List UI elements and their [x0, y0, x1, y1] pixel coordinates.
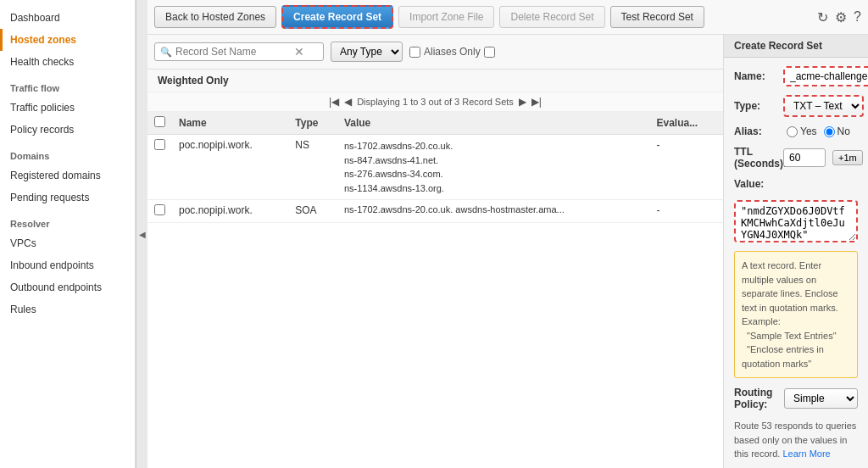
section-header-traffic-flow: Traffic flow: [0, 76, 135, 97]
row-checkbox[interactable]: [154, 139, 165, 150]
sidebar-item-rules[interactable]: Rules: [0, 298, 135, 320]
refresh-icon[interactable]: ↻: [817, 9, 828, 25]
col-evaluate: Evalua...: [650, 112, 723, 135]
record-evaluate: -: [650, 200, 723, 223]
section-header-domains: Domains: [0, 144, 135, 164]
sidebar-item-pending-requests[interactable]: Pending requests: [0, 187, 135, 209]
first-page-icon[interactable]: |◀: [329, 96, 339, 108]
aliases-only-checkbox[interactable]: [484, 47, 495, 58]
help-icon[interactable]: ?: [854, 9, 861, 25]
section-header-resolver: Resolver: [0, 212, 135, 232]
type-label: Type:: [734, 100, 776, 112]
table-row: poc.nopipi.work. NS ns-1702.awsdns-20.co…: [147, 135, 723, 200]
sidebar-item-dashboard[interactable]: Dashboard: [0, 7, 135, 29]
col-name: Name: [172, 112, 288, 135]
pagination-text: Displaying 1 to 3 out of 3 Record Sets: [357, 97, 514, 107]
aliases-filter: Aliases Only: [409, 46, 495, 58]
record-type: NS: [288, 135, 337, 200]
value-textarea[interactable]: "nmdZGYXDo6J0DVtfKMCHwhCaXdjtl0eJuYGN4J0…: [734, 200, 858, 242]
alias-no-label[interactable]: No: [824, 125, 850, 137]
routing-select[interactable]: Simple: [784, 388, 858, 409]
name-label: Name:: [734, 70, 776, 82]
sidebar-item-policy-records[interactable]: Policy records: [0, 119, 135, 141]
alias-yes-radio[interactable]: [787, 126, 798, 137]
search-icon: 🔍: [160, 47, 172, 58]
left-panel: 🔍 ✕ Any Type Aliases Only Weighted Only …: [147, 35, 724, 468]
create-record-set-button[interactable]: Create Record Set: [281, 5, 393, 29]
sidebar: Dashboard Hosted zones Health checks Tra…: [0, 0, 136, 468]
record-value: ns-1702.awsdns-20.co.uk. ns-847.awsdns-4…: [337, 135, 650, 200]
hint-box: A text record. Enter multiple values on …: [734, 251, 858, 378]
row-checkbox[interactable]: [154, 204, 165, 215]
clear-icon[interactable]: ✕: [294, 45, 304, 58]
routing-row: Routing Policy: Simple: [734, 387, 858, 410]
content-area: 🔍 ✕ Any Type Aliases Only Weighted Only …: [147, 35, 868, 468]
filter-bar: 🔍 ✕ Any Type Aliases Only: [147, 35, 723, 70]
alias-row: Alias: Yes No: [734, 125, 858, 137]
back-button[interactable]: Back to Hosted Zones: [154, 6, 276, 28]
record-name: poc.nopipi.work.: [172, 135, 288, 200]
record-value: ns-1702.awsdns-20.co.uk. awsdns-hostmast…: [337, 200, 650, 223]
value-label: Value:: [734, 178, 776, 190]
alias-radio-group: Yes No: [787, 125, 850, 137]
record-type: SOA: [288, 200, 337, 223]
alias-no-text: No: [837, 125, 850, 137]
ttl-label: TTL (Seconds):: [734, 146, 776, 170]
sidebar-item-outbound-endpoints[interactable]: Outbound endpoints: [0, 276, 135, 298]
routing-label: Routing Policy:: [734, 387, 777, 410]
toolbar: Back to Hosted Zones Create Record Set I…: [147, 0, 868, 35]
sidebar-toggle[interactable]: ◀: [136, 0, 147, 468]
ttl-input[interactable]: [783, 148, 826, 167]
delete-record-set-button[interactable]: Delete Record Set: [499, 6, 604, 28]
col-value: Value: [337, 112, 650, 135]
learn-more-link[interactable]: Learn More: [782, 448, 830, 459]
name-row: Name: poc.nopipi.work.: [734, 66, 858, 86]
alias-yes-label[interactable]: Yes: [787, 125, 817, 137]
next-page-icon[interactable]: ▶: [519, 96, 526, 108]
type-select-form[interactable]: TXT – Text: [783, 95, 864, 117]
alias-no-radio[interactable]: [824, 126, 835, 137]
section-resolver: Resolver VPCs Inbound endpoints Outbound…: [0, 212, 135, 320]
col-checkbox: [147, 112, 172, 135]
name-input[interactable]: [783, 66, 868, 86]
weighted-only-label: Weighted Only: [147, 70, 723, 92]
sidebar-item-vpcs[interactable]: VPCs: [0, 232, 135, 254]
routing-description: Route 53 responds to queries based only …: [734, 419, 858, 461]
sidebar-item-hosted-zones[interactable]: Hosted zones: [0, 29, 135, 51]
search-box: 🔍 ✕: [154, 42, 324, 61]
create-record-set-panel-header: Create Record Set: [724, 35, 868, 58]
import-zone-file-button[interactable]: Import Zone File: [398, 6, 494, 28]
pagination: |◀ ◀ Displaying 1 to 3 out of 3 Record S…: [147, 92, 723, 112]
alias-yes-text: Yes: [800, 125, 817, 137]
ttl-1m-button[interactable]: +1m: [832, 150, 863, 165]
gear-icon[interactable]: ⚙: [835, 9, 847, 25]
records-table: Name Type Value Evalua... poc.nopipi.wor…: [147, 112, 723, 468]
select-all-checkbox[interactable]: [154, 116, 165, 127]
main-content: Back to Hosted Zones Create Record Set I…: [147, 0, 868, 468]
ttl-row: TTL (Seconds): +1m 5m 1h 1d: [734, 146, 858, 170]
sidebar-item-health-checks[interactable]: Health checks: [0, 51, 135, 73]
search-input[interactable]: [175, 46, 294, 58]
col-type: Type: [288, 112, 337, 135]
type-select[interactable]: Any Type: [331, 42, 403, 62]
record-evaluate: -: [650, 135, 723, 200]
alias-label: Alias:: [734, 125, 776, 137]
section-traffic-flow: Traffic flow Traffic policies Policy rec…: [0, 76, 135, 141]
section-domains: Domains Registered domains Pending reque…: [0, 144, 135, 209]
type-row: Type: TXT – Text: [734, 95, 858, 117]
table-row: poc.nopipi.work. SOA ns-1702.awsdns-20.c…: [147, 200, 723, 223]
right-panel: Create Record Set Name: poc.nopipi.work.…: [724, 35, 868, 468]
sidebar-item-inbound-endpoints[interactable]: Inbound endpoints: [0, 254, 135, 276]
last-page-icon[interactable]: ▶|: [531, 96, 542, 108]
sidebar-item-traffic-policies[interactable]: Traffic policies: [0, 97, 135, 119]
record-name: poc.nopipi.work.: [172, 200, 288, 223]
prev-page-icon[interactable]: ◀: [344, 96, 352, 108]
aliases-label-text: Aliases Only: [424, 46, 481, 58]
value-row: Value: "nmdZGYXDo6J0DVtfKMCHwhCaXdjtl0eJ…: [734, 178, 858, 242]
create-form: Name: poc.nopipi.work. Type: TXT – Text …: [724, 58, 868, 468]
toolbar-icons: ↻ ⚙ ?: [817, 9, 861, 25]
sidebar-item-registered-domains[interactable]: Registered domains: [0, 164, 135, 187]
aliases-checkbox[interactable]: [409, 47, 420, 58]
test-record-set-button[interactable]: Test Record Set: [610, 6, 704, 28]
